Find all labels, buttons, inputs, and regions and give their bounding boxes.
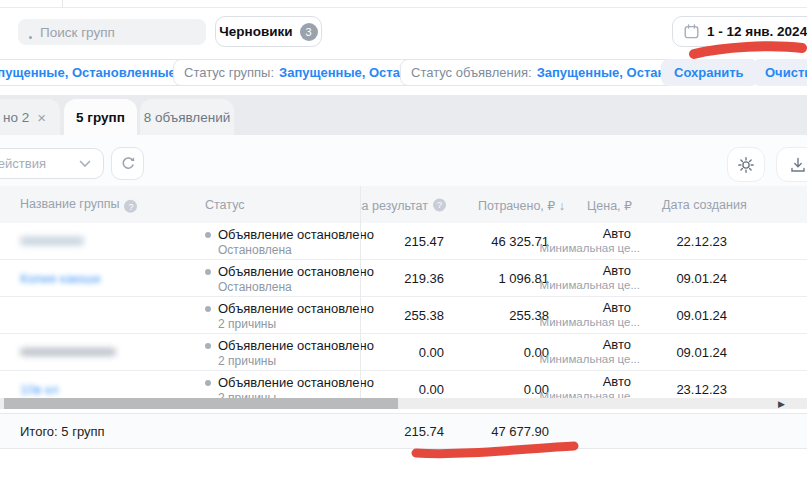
- scrollbar-thumb[interactable]: [4, 398, 398, 409]
- price-strategy: Минимальная це...: [540, 279, 640, 292]
- group-name-redacted[interactable]: [20, 348, 116, 356]
- table-settings-button[interactable]: [727, 147, 765, 182]
- tab-band: но 2 × 5 групп 8 объявлений: [0, 95, 807, 135]
- status-text: Объявление остановлено: [218, 301, 374, 316]
- filter-chip-value: Запущенные, Остановленные: [0, 65, 176, 80]
- price-value: Авто: [540, 337, 640, 353]
- price-value: Авто: [540, 300, 640, 316]
- status-text: Объявление остановлено: [218, 264, 374, 279]
- cpr-cell: 0.00: [419, 345, 444, 360]
- status-reason: Остановлена: [218, 243, 374, 258]
- totals-label: Итого: 5 групп: [20, 424, 105, 439]
- status-dot-icon: [205, 306, 211, 312]
- table-rows: Объявление остановленоОстановлена215.474…: [0, 223, 807, 408]
- table-totals-row: Итого: 5 групп 215.74 47 677.90: [0, 413, 807, 449]
- totals-scroll-region: 215.74 47 677.90: [360, 414, 807, 448]
- status-line: Объявление остановлено: [205, 375, 374, 390]
- status-text: Объявление остановлено: [218, 227, 374, 242]
- price-value: Авто: [540, 374, 640, 390]
- status-line: Объявление остановлено: [205, 264, 374, 279]
- scroll-right-arrow[interactable]: ▶: [778, 398, 785, 409]
- totals-cpr: 215.74: [404, 424, 444, 439]
- calendar-icon: [684, 24, 699, 39]
- horizontal-scrollbar[interactable]: ▶: [0, 398, 807, 409]
- date-range-label: 1 - 12 янв. 2024: [707, 24, 807, 39]
- status-dot-icon: [205, 232, 211, 238]
- status-dot-icon: [205, 269, 211, 275]
- status-reason: Остановлена: [218, 280, 374, 295]
- drafts-count-badge: 3: [300, 23, 318, 41]
- group-name-link[interactable]: Копия каюши: [20, 271, 100, 286]
- totals-spent: 47 677.90: [491, 424, 549, 439]
- tab-groups[interactable]: 5 групп: [64, 99, 137, 135]
- download-icon: [789, 156, 807, 174]
- top-divider-artifact: [62, 0, 63, 7]
- col-header-name[interactable]: Название группы?: [20, 196, 137, 213]
- status-cell: Объявление остановленоОстановлена: [205, 264, 374, 295]
- group-name-redacted[interactable]: [20, 237, 84, 246]
- cpr-cell: 0.00: [419, 382, 444, 397]
- status-line: Объявление остановлено: [205, 227, 374, 242]
- clear-filters-button[interactable]: Очистить: [752, 59, 807, 86]
- status-line: Объявление остановлено: [205, 301, 374, 316]
- tab-ads[interactable]: 8 объявлений: [140, 99, 234, 135]
- cpr-cell: 255.38: [404, 308, 444, 323]
- price-value: Авто: [540, 226, 640, 242]
- top-divider: [0, 7, 807, 8]
- search-input[interactable]: Поиск групп: [18, 19, 206, 45]
- search-icon: [29, 36, 32, 39]
- row-scroll-region: 219.361 096.81АвтоМинимальная це...09.01…: [360, 260, 807, 296]
- help-icon[interactable]: ?: [124, 200, 137, 213]
- sort-desc-icon: ↓: [559, 198, 565, 212]
- row-scroll-region: 255.38255.38АвтоМинимальная це...09.01.2…: [360, 297, 807, 333]
- status-line: Объявление остановлено: [205, 338, 374, 353]
- export-button[interactable]: [776, 147, 807, 182]
- status-reason: 2 причины: [218, 354, 374, 369]
- close-icon[interactable]: ×: [37, 109, 46, 126]
- help-icon[interactable]: ?: [433, 198, 446, 211]
- created-date-cell: 09.01.24: [676, 308, 727, 323]
- ads-manager-screen: Поиск групп Черновики 3 1 - 12 янв. 2024…: [0, 0, 807, 487]
- status-reason: 2 причины: [218, 317, 374, 332]
- col-header-price[interactable]: Цена, ₽: [587, 197, 632, 212]
- actions-dropdown[interactable]: Действия: [0, 148, 104, 179]
- tab-label: но 2: [3, 110, 29, 125]
- col-header-spent[interactable]: Потрачено, ₽ ↓: [478, 197, 565, 212]
- created-date-cell: 23.12.23: [676, 382, 727, 397]
- tab-selected-cut[interactable]: но 2 ×: [0, 99, 60, 135]
- table-row: Копия каюшиОбъявление остановленоОстанов…: [0, 260, 807, 297]
- filter-chip-prefix: Статус группы:: [184, 65, 274, 80]
- price-strategy: Минимальная це...: [540, 316, 640, 329]
- group-name-cell: Копия каюши: [20, 271, 100, 286]
- table-row: Объявление остановленоОстановлена215.474…: [0, 223, 807, 260]
- group-name-cell: [20, 348, 116, 356]
- col-header-created[interactable]: Дата создания: [662, 198, 747, 212]
- search-placeholder: Поиск групп: [40, 25, 115, 40]
- status-cell: Объявление остановленоОстановлена: [205, 227, 374, 258]
- created-date-cell: 09.01.24: [676, 345, 727, 360]
- row-scroll-region: 0.000.00АвтоМинимальная це...09.01.24: [360, 334, 807, 370]
- cpr-cell: 219.36: [404, 271, 444, 286]
- price-cell: АвтоМинимальная це...: [540, 263, 640, 292]
- status-cell: Объявление остановлено2 причины: [205, 338, 374, 369]
- status-dot-icon: [205, 380, 211, 386]
- refresh-button[interactable]: [111, 147, 144, 180]
- date-range-button[interactable]: 1 - 12 янв. 2024: [672, 16, 807, 47]
- price-cell: АвтоМинимальная це...: [540, 300, 640, 329]
- col-header-cpr[interactable]: ?Цена за результат, ₽: [360, 197, 446, 212]
- table-row: Объявление остановлено2 причины0.000.00А…: [0, 334, 807, 371]
- group-name-cell: 10в кл: [20, 382, 58, 397]
- status-text: Объявление остановлено: [218, 338, 374, 353]
- price-value: Авто: [540, 263, 640, 279]
- price-strategy: Минимальная це...: [540, 353, 640, 366]
- chevron-down-icon: [79, 160, 91, 168]
- row-scroll-region: 215.4746 325.71АвтоМинимальная це...22.1…: [360, 223, 807, 259]
- col-header-status[interactable]: Статус: [205, 198, 245, 212]
- table-header: Название группы? Статус ?Цена за результ…: [0, 186, 807, 223]
- save-filters-button[interactable]: Сохранить: [661, 59, 757, 86]
- table-row: Объявление остановлено2 причины255.38255…: [0, 297, 807, 334]
- filter-chip-prefix: Статус объявления:: [411, 65, 532, 80]
- group-name-link[interactable]: 10в кл: [20, 382, 58, 397]
- drafts-button[interactable]: Черновики 3: [215, 16, 322, 47]
- created-date-cell: 22.12.23: [676, 234, 727, 249]
